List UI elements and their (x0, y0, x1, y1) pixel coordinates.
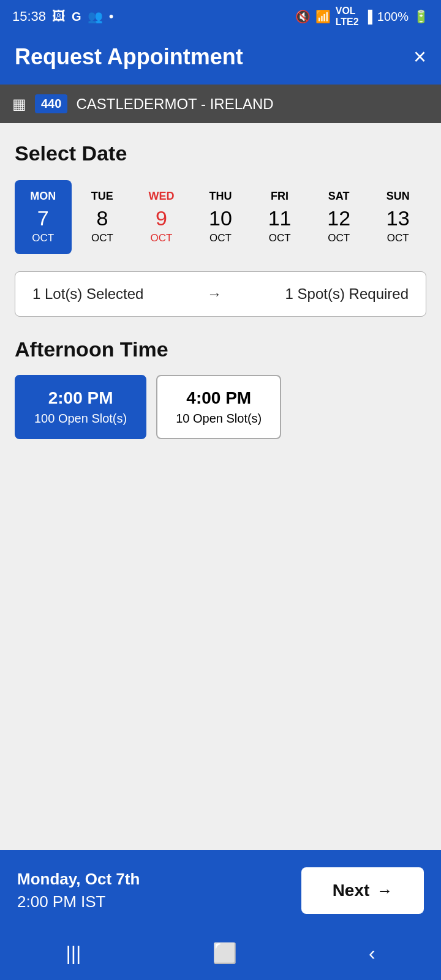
location-name: CASTLEDERMOT - IRELAND (76, 96, 273, 113)
day-month-thu: OCT (209, 232, 232, 244)
day-cell-sat[interactable]: SAT 12 OCT (311, 180, 368, 254)
menu-icon[interactable]: ||| (66, 942, 81, 965)
next-button-label: Next (333, 881, 370, 900)
battery-level: 100% (377, 10, 409, 24)
mute-icon: 🔇 (295, 9, 311, 24)
select-date-title: Select Date (15, 141, 426, 165)
status-bar-right: 🔇 📶 VOLLTE2 ▐ 100% 🔋 (295, 6, 429, 28)
back-icon[interactable]: ‹ (369, 942, 375, 965)
day-number-thu: 10 (209, 208, 232, 228)
status-bar: 15:38 🖼 G 👥 • 🔇 📶 VOLLTE2 ▐ 100% 🔋 (0, 0, 441, 33)
day-name-thu: THU (209, 190, 232, 203)
day-number-mon: 7 (37, 208, 49, 228)
day-cell-mon[interactable]: MON 7 OCT (15, 180, 72, 254)
day-number-sat: 12 (327, 208, 350, 228)
day-month-sat: OCT (328, 232, 350, 244)
day-name-wed: WED (148, 190, 174, 203)
lots-selected-label: 1 Lot(s) Selected (32, 285, 143, 303)
footer: Monday, Oct 7th 2:00 PM IST Next → (0, 850, 441, 931)
dot-icon: • (109, 9, 114, 24)
day-number-fri: 11 (268, 208, 292, 228)
next-arrow-icon: → (377, 881, 393, 900)
lots-info: 1 Lot(s) Selected → 1 Spot(s) Required (15, 271, 426, 317)
day-cell-thu[interactable]: THU 10 OCT (192, 180, 249, 254)
next-button[interactable]: Next → (301, 867, 424, 914)
day-number-wed: 9 (156, 208, 167, 228)
day-cell-tue[interactable]: TUE 8 OCT (74, 180, 131, 254)
nav-bar: ||| ⬜ ‹ (0, 931, 441, 980)
day-name-mon: MON (30, 190, 56, 203)
day-name-sun: SUN (386, 190, 410, 203)
day-name-fri: FRI (271, 190, 288, 203)
time-slot-4pm[interactable]: 4:00 PM 10 Open Slot(s) (156, 375, 281, 439)
wifi-icon: 📶 (315, 9, 331, 24)
day-month-tue: OCT (91, 232, 113, 244)
spots-required-label: 1 Spot(s) Required (285, 285, 409, 303)
day-cell-sun[interactable]: SUN 13 OCT (369, 180, 426, 254)
page-title: Request Appointment (15, 44, 243, 70)
time-slot-2pm[interactable]: 2:00 PM 100 Open Slot(s) (15, 375, 146, 439)
location-badge: 440 (35, 94, 67, 113)
time-slot-2pm-slots: 100 Open Slot(s) (34, 412, 127, 426)
lots-arrow-icon: → (207, 285, 222, 303)
day-number-sun: 13 (386, 208, 410, 228)
main-content: Select Date MON 7 OCT TUE 8 OCT WED 9 OC… (0, 123, 441, 850)
home-icon[interactable]: ⬜ (213, 941, 237, 965)
lte-icon: VOLLTE2 (336, 6, 359, 28)
day-cell-wed[interactable]: WED 9 OCT (133, 180, 190, 254)
calendar-row: MON 7 OCT TUE 8 OCT WED 9 OCT THU 10 OCT… (15, 180, 426, 254)
photo-icon: 🖼 (52, 9, 66, 24)
app-header: Request Appointment × (0, 33, 441, 85)
day-month-sun: OCT (387, 232, 409, 244)
day-month-mon: OCT (32, 232, 54, 244)
google-icon: G (72, 10, 81, 24)
time-slot-4pm-slots: 10 Open Slot(s) (176, 412, 262, 426)
footer-info: Monday, Oct 7th 2:00 PM IST (17, 870, 140, 911)
footer-time: 2:00 PM IST (17, 892, 140, 911)
status-time: 15:38 (12, 9, 46, 24)
status-bar-left: 15:38 🖼 G 👥 • (12, 9, 113, 24)
time-slot-2pm-time: 2:00 PM (48, 388, 113, 408)
day-month-fri: OCT (269, 232, 291, 244)
day-name-sat: SAT (328, 190, 350, 203)
content-spacer (15, 439, 426, 623)
time-slots: 2:00 PM 100 Open Slot(s) 4:00 PM 10 Open… (15, 375, 426, 439)
day-name-tue: TUE (91, 190, 113, 203)
teams-icon: 👥 (88, 9, 103, 24)
close-button[interactable]: × (413, 46, 426, 68)
signal-icon: ▐ (364, 10, 372, 24)
day-cell-fri[interactable]: FRI 11 OCT (251, 180, 308, 254)
day-month-wed: OCT (151, 232, 173, 244)
time-slot-4pm-time: 4:00 PM (186, 388, 251, 408)
footer-date: Monday, Oct 7th (17, 870, 140, 889)
day-number-tue: 8 (96, 208, 108, 228)
battery-icon: 🔋 (413, 9, 429, 24)
location-bar: ▦ 440 CASTLEDERMOT - IRELAND (0, 85, 441, 123)
calendar-grid-icon: ▦ (12, 96, 26, 113)
afternoon-time-title: Afternoon Time (15, 337, 426, 361)
